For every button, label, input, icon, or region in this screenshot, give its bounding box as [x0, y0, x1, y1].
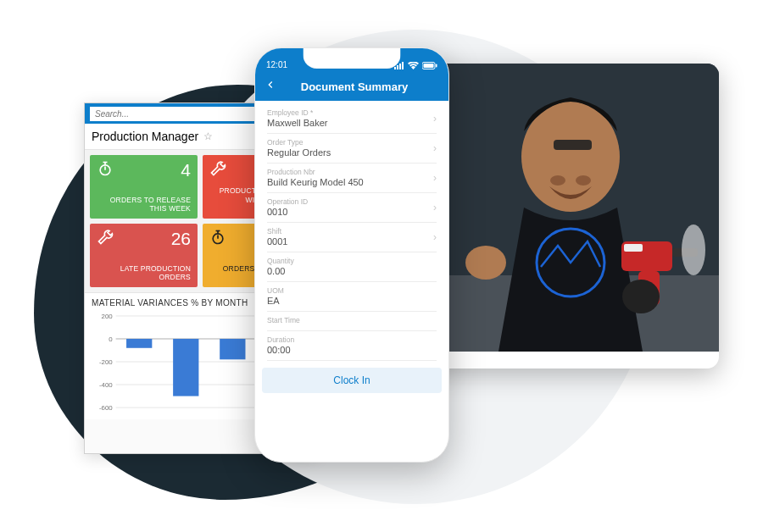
svg-text:-200: -200 [99, 358, 113, 366]
field-value: EA [267, 296, 437, 306]
field-value: Maxwell Baker [267, 118, 437, 128]
svg-point-5 [576, 175, 591, 186]
field-value: Regular Orders [267, 147, 437, 158]
search-placeholder: Search... [95, 109, 129, 119]
svg-text:-400: -400 [99, 381, 113, 389]
svg-point-4 [550, 175, 565, 186]
svg-point-13 [682, 224, 705, 275]
chevron-right-icon: › [433, 113, 437, 125]
field-label: UOM [267, 286, 437, 295]
svg-text:200: 200 [102, 313, 114, 320]
chevron-right-icon: › [433, 172, 437, 184]
field-label: Order Type [267, 138, 437, 147]
kpi-value: 26 [171, 229, 191, 249]
svg-rect-39 [402, 62, 404, 69]
svg-rect-37 [397, 65, 398, 69]
worker-photo-card [422, 64, 719, 369]
svg-point-11 [465, 246, 506, 280]
battery-icon [422, 62, 437, 69]
svg-rect-10 [624, 244, 643, 252]
form-field: Duration00:00 [267, 331, 437, 361]
page-title: Production Manager [92, 130, 198, 143]
svg-rect-42 [436, 64, 437, 68]
clock-in-button[interactable]: Clock In [262, 368, 442, 393]
field-label: Employee ID * [267, 108, 437, 117]
form-field[interactable]: Shift0001› [267, 223, 437, 252]
field-value: Build Keurig Model 450 [267, 177, 437, 187]
kpi-tile[interactable]: 4ORDERS TO RELEASE THIS WEEK [90, 155, 198, 219]
screen-title: Document Summary [269, 80, 440, 93]
kpi-tile[interactable]: 26LATE PRODUCTION ORDERS [90, 224, 198, 287]
form-field[interactable]: Operation ID0010› [267, 193, 437, 223]
field-value: 0.00 [267, 266, 437, 276]
svg-rect-36 [394, 67, 396, 69]
svg-rect-3 [554, 140, 592, 150]
worker-photo [422, 64, 719, 352]
svg-point-12 [622, 280, 660, 313]
clock-in-label: Clock In [333, 374, 370, 386]
mobile-device: 12:01 Document Summary Employee ID *Maxw… [254, 47, 449, 463]
svg-rect-35 [220, 339, 245, 359]
field-label: Quantity [267, 257, 437, 265]
kpi-label: ORDERS TO RELEASE THIS WEEK [97, 196, 191, 213]
wrench-icon [97, 229, 114, 249]
field-label: Operation ID [267, 197, 437, 206]
svg-text:0: 0 [109, 335, 113, 343]
svg-text:-600: -600 [99, 404, 113, 412]
svg-rect-41 [424, 64, 434, 68]
field-value: 0001 [267, 236, 437, 247]
form-field: Start Time [267, 312, 437, 331]
field-label: Start Time [267, 316, 437, 324]
svg-rect-34 [173, 339, 198, 396]
phone-notch [304, 48, 401, 69]
wifi-icon [408, 62, 419, 69]
phone-header: Document Summary [255, 72, 448, 101]
stopwatch-icon [97, 160, 114, 180]
field-label: Shift [267, 227, 437, 236]
chevron-right-icon: › [433, 142, 437, 154]
form-field[interactable]: Production NbrBuild Keurig Model 450› [267, 163, 437, 193]
status-time: 12:01 [266, 60, 287, 69]
field-value: 0010 [267, 207, 437, 217]
form-field: UOMEA [267, 282, 437, 312]
form-body: Employee ID *Maxwell Baker›Order TypeReg… [255, 101, 448, 361]
form-field[interactable]: Employee ID *Maxwell Baker› [267, 104, 437, 134]
field-value: 00:00 [267, 345, 437, 355]
kpi-label: LATE PRODUCTION ORDERS [97, 264, 191, 282]
chevron-right-icon: › [433, 231, 437, 243]
chevron-right-icon: › [433, 202, 437, 213]
kpi-value: 4 [181, 160, 191, 180]
svg-rect-38 [399, 64, 401, 69]
stopwatch-icon [209, 229, 226, 249]
field-label: Duration [267, 335, 437, 344]
form-field: Quantity0.00 [267, 252, 437, 282]
form-field[interactable]: Order TypeRegular Orders› [267, 134, 437, 163]
favorite-star-icon[interactable]: ☆ [203, 130, 213, 142]
field-label: Production Nbr [267, 168, 437, 176]
wrench-icon [209, 160, 226, 180]
svg-rect-33 [126, 339, 152, 348]
